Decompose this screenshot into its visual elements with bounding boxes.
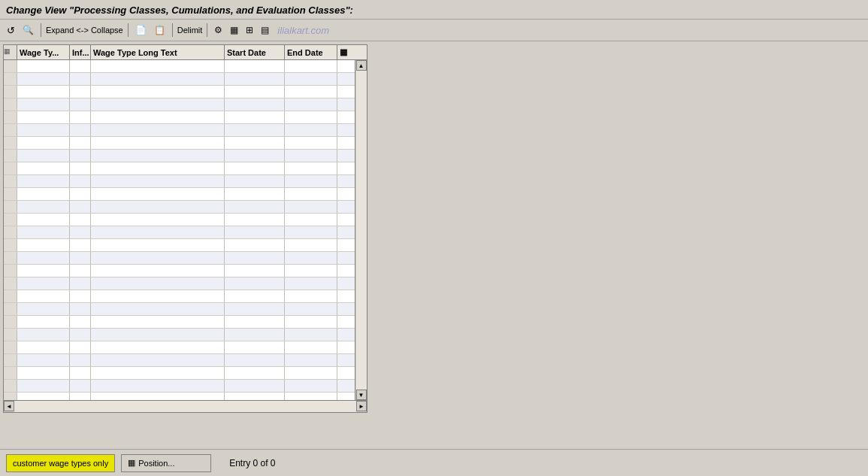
table-cell[interactable] [91,380,225,392]
table-cell[interactable] [285,60,337,72]
table-cell[interactable] [225,367,285,379]
table-cell[interactable] [17,162,70,174]
table-cell[interactable] [285,252,337,264]
table-cell[interactable] [91,354,225,366]
table-row[interactable] [4,265,355,277]
table-cell[interactable] [17,226,70,238]
toolbar-btn8[interactable]: ▤ [259,23,271,37]
toolbar-find-btn[interactable]: 🔍 [20,23,36,37]
table-cell[interactable] [225,137,285,149]
table-cell[interactable] [91,226,225,238]
table-cell[interactable] [17,73,70,85]
table-row[interactable] [4,111,355,124]
row-selector[interactable] [4,111,17,123]
table-row[interactable] [4,201,355,214]
table-cell[interactable] [225,175,285,187]
table-cell[interactable] [70,162,91,174]
table-cell[interactable] [91,252,225,264]
table-cell[interactable] [17,124,70,136]
table-cell[interactable] [70,303,91,315]
table-cell[interactable] [285,367,337,379]
delimit-label[interactable]: Delimit [177,26,203,35]
table-cell[interactable] [91,201,225,213]
table-cell[interactable] [91,73,225,85]
table-cell[interactable] [285,239,337,251]
table-cell[interactable] [17,265,70,277]
row-selector[interactable] [4,99,17,111]
table-cell[interactable] [17,354,70,366]
table-cell[interactable] [225,188,285,200]
table-cell[interactable] [70,137,91,149]
table-cell[interactable] [225,329,285,341]
table-row[interactable] [4,239,355,252]
table-cell[interactable] [285,226,337,238]
table-cell[interactable] [70,316,91,328]
table-row[interactable] [4,380,355,393]
row-selector[interactable] [4,150,17,162]
table-cell[interactable] [70,265,91,277]
scroll-track-vertical[interactable] [356,71,367,390]
table-cell[interactable] [91,60,225,72]
table-cell[interactable] [70,124,91,136]
table-cell[interactable] [17,290,70,302]
horizontal-scrollbar[interactable]: ◄ ► [4,400,367,412]
table-cell[interactable] [285,265,337,277]
table-row[interactable] [4,226,355,239]
scroll-left-btn[interactable]: ◄ [4,401,14,411]
row-selector[interactable] [4,265,17,277]
toolbar-copy2-btn[interactable]: 📋 [152,23,168,37]
table-cell[interactable] [17,137,70,149]
table-row[interactable] [4,252,355,265]
row-selector[interactable] [4,341,17,353]
table-cell[interactable] [285,393,337,400]
vertical-scrollbar[interactable]: ▲ ▼ [355,60,367,400]
table-cell[interactable] [91,137,225,149]
table-cell[interactable] [225,265,285,277]
table-cell[interactable] [225,277,285,290]
scroll-right-btn[interactable]: ► [356,401,367,411]
table-cell[interactable] [17,239,70,251]
table-cell[interactable] [17,252,70,264]
row-selector[interactable] [4,188,17,200]
toolbar-btn6[interactable]: ▦ [228,23,240,37]
table-cell[interactable] [17,60,70,72]
table-cell[interactable] [70,150,91,162]
scroll-track-horizontal[interactable] [14,401,356,412]
table-cell[interactable] [285,188,337,200]
col-header-long-text[interactable]: Wage Type Long Text [91,45,225,59]
table-cell[interactable] [17,329,70,341]
row-selector[interactable] [4,367,17,379]
table-cell[interactable] [91,124,225,136]
table-cell[interactable] [285,175,337,187]
table-cell[interactable] [17,367,70,379]
row-selector[interactable] [4,329,17,341]
table-cell[interactable] [225,393,285,400]
table-cell[interactable] [225,341,285,353]
table-cell[interactable] [70,111,91,123]
table-row[interactable] [4,277,355,290]
table-cell[interactable] [70,367,91,379]
table-row[interactable] [4,60,355,73]
col-select-all[interactable]: ▦ [4,45,17,59]
table-cell[interactable] [285,111,337,123]
table-cell[interactable] [285,277,337,290]
table-cell[interactable] [225,124,285,136]
table-cell[interactable] [70,239,91,251]
row-selector[interactable] [4,73,17,85]
col-header-icon[interactable]: ▦ [337,45,354,59]
table-cell[interactable] [17,99,70,111]
table-cell[interactable] [17,277,70,290]
col-header-end-date[interactable]: End Date [285,45,337,59]
table-cell[interactable] [91,303,225,315]
table-cell[interactable] [17,111,70,123]
row-selector[interactable] [4,354,17,366]
toolbar-btn7[interactable]: ⊞ [243,23,256,37]
table-cell[interactable] [91,188,225,200]
table-cell[interactable] [91,162,225,174]
table-cell[interactable] [225,214,285,226]
table-cell[interactable] [70,341,91,353]
toolbar-btn5[interactable]: ⚙ [212,23,225,37]
table-cell[interactable] [70,393,91,400]
table-cell[interactable] [285,124,337,136]
table-cell[interactable] [91,316,225,328]
